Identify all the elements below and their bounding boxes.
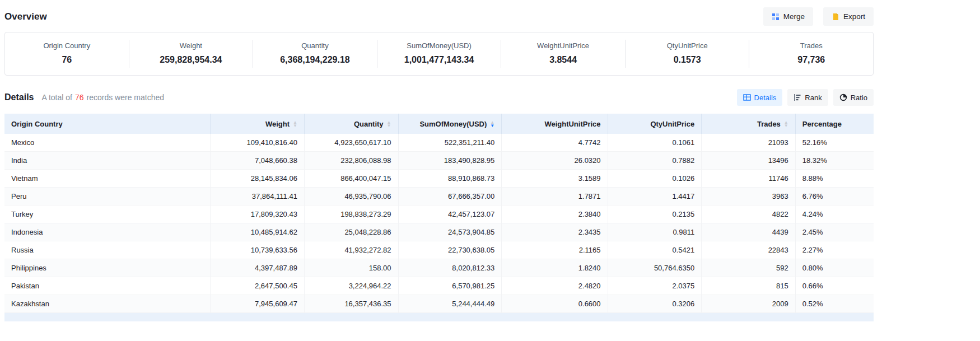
table-cell: 22843	[702, 241, 796, 259]
pie-chart-icon	[839, 94, 847, 101]
stat-label: WeightUnitPrice	[501, 41, 625, 50]
table-footer-strip	[4, 313, 874, 321]
stat-label: Quantity	[253, 41, 377, 50]
rank-view-button[interactable]: Rank	[787, 89, 828, 106]
stat-origin-country: Origin Country 76	[5, 40, 129, 68]
table-cell: 2009	[702, 295, 796, 313]
stat-value: 76	[5, 55, 129, 65]
summary-suffix: records were matched	[87, 93, 165, 102]
overview-stats-card: Origin Country 76 Weight 259,828,954.34 …	[4, 32, 874, 76]
table-cell: 2.27%	[795, 241, 874, 259]
table-row[interactable]: Indonesia10,485,914.6225,048,228.8624,57…	[4, 223, 874, 241]
sort-icon[interactable]: ▲▼	[490, 121, 494, 128]
column-header: WeightUnitPrice	[502, 114, 608, 134]
column-header: Origin Country	[4, 114, 211, 134]
table-cell: 3963	[702, 188, 796, 205]
sort-icon[interactable]: ▲▼	[293, 121, 297, 128]
merge-icon	[772, 13, 780, 21]
table-row[interactable]: India7,048,660.38232,806,088.98183,490,8…	[4, 152, 874, 170]
rank-view-label: Rank	[805, 94, 822, 102]
merge-button[interactable]: Merge	[763, 7, 813, 26]
summary-prefix: A total of	[41, 93, 72, 102]
table-cell: 22,730,638.05	[398, 241, 502, 259]
table-cell: 5,244,444.49	[398, 295, 502, 313]
details-view-label: Details	[754, 94, 777, 102]
column-header[interactable]: Quantity▲▼	[304, 114, 398, 134]
table-cell: 2.4820	[502, 277, 608, 295]
table-cell: 50,764.6350	[608, 259, 702, 277]
table-cell: 0.1026	[608, 170, 702, 188]
table-cell: Kazakhstan	[4, 295, 211, 313]
details-table: Origin CountryWeight▲▼Quantity▲▼SumOfMon…	[4, 114, 874, 313]
table-cell: 88,910,868.73	[398, 170, 502, 188]
table-cell: 13496	[702, 152, 796, 170]
page-title: Overview	[4, 11, 47, 22]
table-grid-icon	[743, 94, 751, 101]
table-cell: 6,570,981.25	[398, 277, 502, 295]
table-cell: 4.7742	[502, 134, 608, 152]
table-cell: 8,020,812.33	[398, 259, 502, 277]
table-row[interactable]: Mexico109,410,816.404,923,650,617.10522,…	[4, 134, 874, 152]
merge-button-label: Merge	[783, 12, 805, 21]
stat-value: 6,368,194,229.18	[253, 55, 377, 65]
table-cell: 0.1061	[608, 134, 702, 152]
table-row[interactable]: Pakistan2,647,500.453,224,964.226,570,98…	[4, 277, 874, 295]
details-bar: Details A total of76records were matched…	[4, 89, 874, 106]
table-cell: 0.3206	[608, 295, 702, 313]
column-header[interactable]: SumOfMoney(USD)▲▼	[398, 114, 502, 134]
table-cell: 21093	[702, 134, 796, 152]
table-cell: 16,357,436.35	[304, 295, 398, 313]
table-row[interactable]: Turkey17,809,320.43198,838,273.2942,457,…	[4, 205, 874, 223]
sort-icon[interactable]: ▲▼	[784, 121, 788, 128]
ratio-view-button[interactable]: Ratio	[833, 89, 874, 106]
stat-weight: Weight 259,828,954.34	[129, 40, 254, 68]
stat-weight-unit-price: WeightUnitPrice 3.8544	[501, 40, 626, 68]
table-row[interactable]: Kazakhstan7,945,609.4716,357,436.355,244…	[4, 295, 874, 313]
table-cell: Vietnam	[4, 170, 211, 188]
rank-bars-icon	[794, 94, 801, 101]
table-cell: 0.66%	[795, 277, 874, 295]
table-cell: 7,048,660.38	[211, 152, 305, 170]
table-cell: 2.45%	[795, 223, 874, 241]
table-cell: 6.76%	[795, 188, 874, 205]
table-cell: Peru	[4, 188, 211, 205]
table-cell: 592	[702, 259, 796, 277]
table-cell: 17,809,320.43	[211, 205, 305, 223]
table-cell: 25,048,228.86	[304, 223, 398, 241]
stat-trades: Trades 97,736	[749, 40, 873, 68]
table-cell: 1.4417	[608, 188, 702, 205]
table-cell: 3,224,964.22	[304, 277, 398, 295]
table-row[interactable]: Vietnam28,145,834.06866,400,047.1588,910…	[4, 170, 874, 188]
table-cell: 0.52%	[795, 295, 874, 313]
view-switch: Details Rank	[737, 89, 874, 106]
top-bar: Overview Merge	[4, 0, 874, 32]
table-row[interactable]: Russia10,739,633.5641,932,272.8222,730,6…	[4, 241, 874, 259]
table-cell: 2,647,500.45	[211, 277, 305, 295]
table-cell: 1.7871	[502, 188, 608, 205]
table-row[interactable]: Peru37,864,111.4146,935,790.0667,666,357…	[4, 188, 874, 205]
table-cell: 2.3435	[502, 223, 608, 241]
table-cell: 198,838,273.29	[304, 205, 398, 223]
stat-value: 259,828,954.34	[129, 55, 253, 65]
table-row[interactable]: Philippines4,397,487.89158.008,020,812.3…	[4, 259, 874, 277]
table-cell: 4,397,487.89	[211, 259, 305, 277]
stat-label: Origin Country	[5, 41, 129, 50]
table-cell: 46,935,790.06	[304, 188, 398, 205]
table-cell: Indonesia	[4, 223, 211, 241]
table-cell: Turkey	[4, 205, 211, 223]
table-cell: 4,923,650,617.10	[304, 134, 398, 152]
details-view-button[interactable]: Details	[737, 89, 783, 106]
stat-sum-of-money: SumOfMoney(USD) 1,001,477,143.34	[377, 40, 502, 68]
table-cell: 0.80%	[795, 259, 874, 277]
table-cell: 232,806,088.98	[304, 152, 398, 170]
table-cell: 52.16%	[795, 134, 874, 152]
table-cell: 24,573,904.85	[398, 223, 502, 241]
stat-qty-unit-price: QtyUnitPrice 0.1573	[626, 40, 750, 68]
export-button[interactable]: Export	[823, 7, 874, 26]
stat-quantity: Quantity 6,368,194,229.18	[253, 40, 377, 68]
sort-icon[interactable]: ▲▼	[387, 121, 391, 128]
column-header[interactable]: Trades▲▼	[702, 114, 796, 134]
column-header[interactable]: Weight▲▼	[211, 114, 305, 134]
table-cell: 67,666,357.00	[398, 188, 502, 205]
table-cell: 183,490,828.95	[398, 152, 502, 170]
